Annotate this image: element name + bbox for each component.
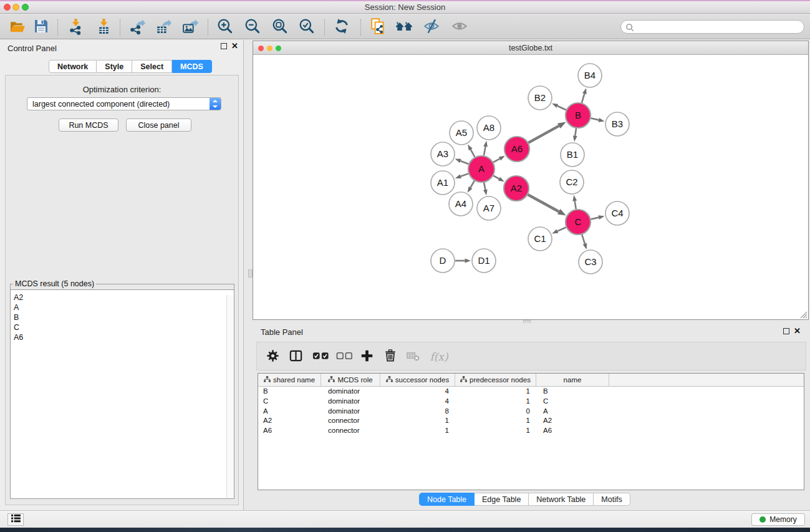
cell-mcds-role: dominator	[321, 407, 380, 417]
import-table-button[interactable]	[94, 18, 113, 37]
graph-edge-A6-B[interactable]	[528, 126, 559, 143]
copy-network-button[interactable]	[369, 18, 388, 37]
graph-edge-A-A8[interactable]	[484, 147, 486, 155]
result-list-scrollbar[interactable]	[226, 295, 234, 498]
result-item[interactable]: A6	[14, 332, 234, 342]
open-file-button[interactable]	[8, 18, 27, 37]
zoom-out-button[interactable]	[243, 18, 262, 37]
search-input[interactable]	[636, 21, 799, 32]
add-row-button[interactable]	[357, 347, 376, 366]
table-row[interactable]: Bdominator41B	[258, 387, 804, 397]
node-label-C3: C3	[584, 256, 596, 267]
result-item[interactable]: A2	[14, 293, 234, 302]
table-row[interactable]: A2connector11A2	[258, 416, 804, 426]
show-columns-button[interactable]	[286, 347, 305, 366]
edge-arrowhead	[498, 177, 504, 182]
float-table-panel-icon[interactable]	[783, 328, 789, 334]
run-mcds-button[interactable]: Run MCDS	[59, 118, 118, 132]
column-header-mcds-role[interactable]: MCDS role	[321, 374, 380, 386]
network-overview-button[interactable]	[395, 18, 413, 37]
column-header-successor-nodes[interactable]: successor nodes	[380, 374, 455, 386]
zoom-fit-button[interactable]	[271, 18, 289, 37]
table-row[interactable]: Cdominator41C	[258, 397, 804, 407]
graph-edge-C-C3[interactable]	[582, 235, 585, 244]
graph-edge-A2-C[interactable]	[528, 195, 559, 211]
network-canvas[interactable]: B4B2B3B1A5A8A3A1A4A7C2C4C1C3DD1AA6A2BC	[254, 56, 808, 319]
zoom-in-button[interactable]	[216, 18, 234, 37]
tab-network-table[interactable]: Network Table	[529, 493, 594, 506]
close-panel-button[interactable]: Close panel	[126, 118, 191, 132]
graph-edge-C-C2[interactable]	[575, 201, 576, 209]
edge-arrowhead	[582, 88, 587, 94]
network-window-titlebar[interactable]: testGlobe.txt	[253, 41, 808, 55]
window-title: Session: New Session	[0, 2, 810, 12]
delete-rows-button[interactable]	[381, 347, 400, 366]
export-table-button[interactable]	[153, 18, 172, 37]
cell-shared-name: B	[258, 387, 321, 397]
show-graphics-details-button[interactable]	[450, 18, 469, 37]
node-label-B3: B3	[612, 118, 623, 129]
table-settings-button[interactable]	[263, 347, 282, 366]
graph-edge-C-C4[interactable]	[591, 218, 599, 220]
column-header-predecessor-nodes[interactable]: predecessor nodes	[455, 374, 536, 386]
task-history-button[interactable]	[7, 513, 24, 526]
graph-edge-A-A5[interactable]	[471, 150, 475, 157]
tab-edge-table[interactable]: Edge Table	[475, 493, 529, 506]
zoom-in-icon	[216, 17, 234, 37]
column-header-shared-name[interactable]: shared name	[258, 374, 321, 386]
eye-icon	[451, 17, 468, 37]
save-session-button[interactable]	[32, 18, 51, 37]
export-image-button[interactable]	[180, 18, 199, 37]
close-panel-icon[interactable]: ✕	[231, 41, 238, 51]
export-network-button[interactable]	[127, 18, 146, 37]
graph-edge-A-A6[interactable]	[493, 158, 499, 162]
float-panel-icon[interactable]	[221, 43, 227, 49]
graph-edge-A-A3[interactable]	[460, 161, 468, 164]
toolbar-separator	[120, 19, 120, 36]
graph-edge-B-B1[interactable]	[575, 128, 576, 136]
vertical-splitter-handle[interactable]	[248, 269, 253, 278]
node-label-C4: C4	[611, 208, 623, 218]
cell-predecessor-nodes: 1	[455, 397, 536, 407]
table-header-row[interactable]: shared nameMCDS rolesuccessor nodesprede…	[258, 374, 804, 387]
graph-edge-B-B3[interactable]	[591, 118, 599, 120]
memory-button[interactable]: Memory	[751, 513, 805, 526]
tab-select[interactable]: Select	[132, 60, 172, 73]
import-network-icon	[67, 18, 84, 37]
export-image-icon	[181, 18, 198, 37]
graph-edge-B-B2[interactable]	[557, 106, 566, 110]
node-label-C2: C2	[566, 177, 577, 187]
table-row[interactable]: A6connector11A6	[258, 426, 804, 436]
graph-edge-B-B4[interactable]	[582, 94, 584, 103]
graph-edge-C-C1[interactable]	[557, 227, 566, 231]
graph-edge-A-A2[interactable]	[493, 176, 499, 179]
deselect-all-button[interactable]	[335, 347, 354, 366]
tab-style[interactable]: Style	[97, 60, 132, 73]
column-header-name[interactable]: name	[536, 374, 609, 386]
cell-predecessor-nodes: 1	[455, 387, 536, 397]
cell-successor-nodes: 1	[380, 426, 455, 436]
zoom-selected-button[interactable]	[297, 18, 316, 37]
tab-network[interactable]: Network	[49, 60, 97, 73]
window-resize-grip[interactable]	[799, 310, 808, 319]
select-all-button[interactable]	[311, 347, 330, 366]
cell-predecessor-nodes: 0	[455, 407, 536, 417]
tab-motifs[interactable]: Motifs	[594, 493, 630, 506]
result-item[interactable]: C	[14, 322, 234, 332]
graph-edge-A-A7[interactable]	[484, 183, 485, 190]
close-table-panel-icon[interactable]: ✕	[794, 326, 801, 336]
search-icon	[625, 23, 635, 32]
table-row[interactable]: Adominator80A	[258, 407, 804, 417]
cell-mcds-role: connector	[321, 426, 380, 436]
result-item[interactable]: B	[14, 312, 234, 322]
hide-graphics-details-button[interactable]	[422, 18, 441, 37]
criterion-dropdown[interactable]: largest connected component (directed)	[27, 97, 221, 110]
refresh-button[interactable]	[332, 18, 351, 37]
columns-icon	[289, 349, 303, 365]
tab-mcds[interactable]: MCDS	[172, 60, 212, 73]
result-item[interactable]: A	[14, 302, 234, 312]
graph-edge-A-A1[interactable]	[461, 173, 469, 176]
tab-node-table[interactable]: Node Table	[419, 493, 475, 506]
import-network-button[interactable]	[66, 18, 85, 37]
graph-edge-A-A4[interactable]	[470, 181, 474, 188]
